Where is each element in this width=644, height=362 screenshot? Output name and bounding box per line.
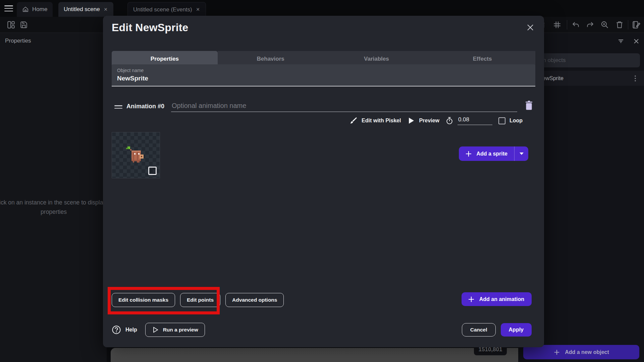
plus-icon	[468, 296, 475, 303]
plus-icon	[553, 349, 560, 356]
toggle-panels-icon[interactable]	[7, 20, 15, 29]
help-icon	[112, 325, 121, 335]
advanced-options-button[interactable]: Advanced options	[225, 293, 284, 307]
properties-panel: Properties Click on an instance in the s…	[0, 33, 107, 362]
dialog-title: Edit NewSprite	[112, 21, 189, 34]
toolbar-divider	[567, 20, 567, 29]
frame-duration-input[interactable]	[458, 116, 492, 125]
play-outline-icon	[152, 326, 159, 333]
filter-icon[interactable]	[617, 38, 625, 45]
undo-icon[interactable]	[572, 20, 580, 29]
loop-toggle: Loop	[498, 117, 523, 124]
add-sprite-button[interactable]: Add a sprite	[459, 146, 514, 161]
tab-effects-label: Effects	[473, 56, 492, 62]
tab-events-label: Untitled scene (Events)	[133, 6, 192, 13]
add-animation-label: Add an animation	[479, 296, 524, 302]
help-label: Help	[125, 327, 137, 333]
edit-with-piskel-label: Edit with Piskel	[362, 118, 401, 124]
frame-select-checkbox[interactable]	[148, 167, 157, 175]
edit-scene-properties-icon[interactable]	[632, 20, 641, 29]
run-preview-label: Run a preview	[163, 327, 198, 333]
add-new-object-label: Add a new object	[565, 349, 609, 355]
save-icon[interactable]	[19, 20, 28, 29]
help-button[interactable]: Help	[112, 325, 137, 335]
add-animation-button[interactable]: Add an animation	[462, 292, 532, 306]
object-name-field-label: Object name	[117, 68, 530, 73]
scene-canvas[interactable]	[111, 348, 518, 362]
properties-panel-title: Properties	[0, 33, 107, 44]
sprite-edit-actions: Edit collision masks Edit points Advance…	[112, 293, 284, 307]
objects-panel-close-icon[interactable]	[633, 38, 640, 45]
animation-name-input[interactable]	[171, 102, 517, 112]
dialog-footer: Help Run a preview Cancel Apply	[112, 323, 532, 337]
edit-with-piskel-button[interactable]: Edit with Piskel	[350, 117, 401, 125]
run-preview-button[interactable]: Run a preview	[145, 323, 205, 337]
home-icon	[22, 6, 29, 13]
tab-events-close-icon[interactable]: ×	[196, 6, 201, 13]
edit-object-dialog: Edit NewSprite Properties Behaviors Vari…	[103, 16, 544, 347]
tab-untitled-scene[interactable]: Untitled scene ×	[58, 2, 113, 17]
dialog-close-icon[interactable]	[526, 23, 535, 32]
tab-behaviors-label: Behaviors	[257, 56, 284, 62]
redo-icon[interactable]	[586, 20, 594, 29]
add-sprite-split-button: Add a sprite	[459, 146, 528, 161]
add-sprite-dropdown-button[interactable]	[514, 146, 528, 161]
properties-empty-message: Click on an instance in the scene to dis…	[0, 198, 117, 217]
preview-button[interactable]: Preview	[407, 117, 439, 125]
plus-icon	[465, 150, 472, 158]
tab-home-label: Home	[32, 6, 47, 13]
loop-checkbox[interactable]	[498, 117, 505, 124]
main-menu-icon[interactable]	[4, 4, 13, 12]
top-tab-bar: Home Untitled scene × Untitled scene (Ev…	[0, 0, 644, 17]
loop-label: Loop	[509, 118, 523, 124]
edit-points-button[interactable]: Edit points	[180, 293, 220, 307]
pig-sprite-image	[125, 146, 145, 163]
gdevelop-app: Home Untitled scene × Untitled scene (Ev…	[0, 0, 644, 362]
tab-home[interactable]: Home	[17, 2, 53, 17]
zoom-in-icon[interactable]	[600, 20, 609, 29]
delete-icon[interactable]	[615, 20, 624, 29]
edit-collision-masks-button[interactable]: Edit collision masks	[112, 293, 175, 307]
sprite-frame-thumbnail[interactable]	[112, 132, 160, 178]
animation-label: Animation #0	[126, 103, 164, 110]
delete-animation-icon[interactable]	[525, 101, 533, 111]
chevron-down-icon	[519, 152, 524, 155]
apply-button[interactable]: Apply	[501, 323, 532, 337]
object-name-field-value: NewSprite	[117, 75, 530, 82]
add-sprite-label: Add a sprite	[477, 151, 507, 157]
time-between-frames	[445, 116, 492, 125]
animation-row: Animation #0	[112, 99, 535, 112]
brush-icon	[350, 117, 358, 125]
tab-properties-label: Properties	[151, 56, 179, 62]
play-icon	[407, 117, 415, 125]
object-name-field[interactable]: Object name NewSprite	[112, 64, 535, 86]
tab-variables-label: Variables	[364, 56, 389, 62]
animation-tools-row: Edit with Piskel Preview Loop	[350, 115, 523, 127]
toolbar-divider	[628, 20, 628, 29]
tab-scene-close-icon[interactable]: ×	[103, 6, 108, 13]
tab-untitled-scene-events[interactable]: Untitled scene (Events) ×	[127, 2, 206, 17]
object-menu-icon[interactable]	[632, 75, 639, 82]
stopwatch-icon	[445, 117, 453, 125]
cancel-button[interactable]: Cancel	[462, 323, 496, 337]
cursor-coordinates: 1510,801	[479, 346, 502, 353]
drag-handle-icon[interactable]	[114, 105, 122, 109]
tab-scene-label: Untitled scene	[64, 6, 100, 13]
preview-label: Preview	[419, 118, 439, 124]
grid-icon[interactable]	[553, 20, 561, 29]
